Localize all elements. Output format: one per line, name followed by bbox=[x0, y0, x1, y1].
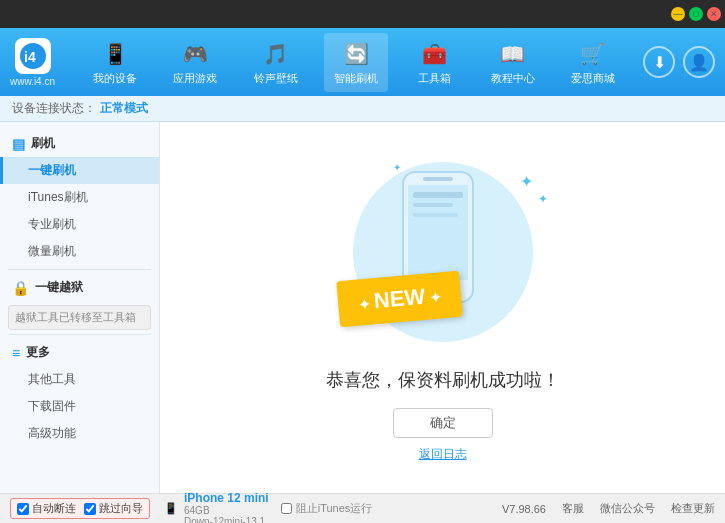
status-value: 正常模式 bbox=[100, 100, 148, 117]
nav-item-ringtone[interactable]: 🎵 铃声壁纸 bbox=[244, 33, 308, 92]
sidebar-section-jailbreak-label: 一键越狱 bbox=[35, 279, 83, 296]
jailbreak-icon: 🔒 bbox=[12, 280, 29, 296]
sidebar-divider-1 bbox=[8, 269, 151, 270]
my-device-icon: 📱 bbox=[100, 39, 130, 69]
toolbox-icon: 🧰 bbox=[419, 39, 449, 69]
skip-wizard-input[interactable] bbox=[84, 503, 96, 515]
illustration: NEW ✦ ✦ ✦ bbox=[333, 152, 553, 352]
sidebar-item-itunes-flash[interactable]: iTunes刷机 bbox=[0, 184, 159, 211]
nav-item-store[interactable]: 🛒 爱思商城 bbox=[561, 33, 625, 92]
maximize-button[interactable]: □ bbox=[689, 7, 703, 21]
sidebar-section-more-label: 更多 bbox=[26, 344, 50, 361]
main-area: ▤ 刷机 一键刷机 iTunes刷机 专业刷机 微量刷机 🔒 一键越狱 越狱工具… bbox=[0, 122, 725, 493]
logo-text: www.i4.cn bbox=[10, 76, 55, 87]
download-button[interactable]: ⬇ bbox=[643, 46, 675, 78]
minimize-button[interactable]: — bbox=[671, 7, 685, 21]
nav-item-tutorial[interactable]: 📖 教程中心 bbox=[481, 33, 545, 92]
sidebar-section-jailbreak: 🔒 一键越狱 bbox=[0, 274, 159, 301]
device-icon: 📱 bbox=[164, 502, 178, 515]
content-area: NEW ✦ ✦ ✦ 恭喜您，保资料刷机成功啦！ 确定 返回日志 bbox=[160, 122, 725, 493]
svg-rect-4 bbox=[423, 177, 453, 181]
ringtone-icon: 🎵 bbox=[261, 39, 291, 69]
bottom-right: V7.98.66 客服 微信公众号 检查更新 bbox=[502, 501, 715, 516]
sidebar-section-more: ≡ 更多 bbox=[0, 339, 159, 366]
star-1: ✦ bbox=[520, 172, 533, 191]
checkbox-group-box: 自动断连 跳过向导 bbox=[10, 498, 150, 519]
app-games-icon: 🎮 bbox=[180, 39, 210, 69]
flash-section-icon: ▤ bbox=[12, 136, 25, 152]
nav-label-smart-flash: 智能刷机 bbox=[334, 71, 378, 86]
nav-label-my-device: 我的设备 bbox=[93, 71, 137, 86]
itunes-notice: 阻止iTunes运行 bbox=[281, 501, 373, 516]
skip-wizard-checkbox[interactable]: 跳过向导 bbox=[84, 501, 143, 516]
svg-rect-8 bbox=[413, 213, 458, 217]
device-storage: 64GB bbox=[184, 505, 269, 516]
nav-item-toolbox[interactable]: 🧰 工具箱 bbox=[404, 33, 464, 92]
nav-item-app-games[interactable]: 🎮 应用游戏 bbox=[163, 33, 227, 92]
titlebar: — □ ✕ bbox=[0, 0, 725, 28]
store-icon: 🛒 bbox=[578, 39, 608, 69]
sidebar-item-one-key-flash[interactable]: 一键刷机 bbox=[0, 157, 159, 184]
auto-close-input[interactable] bbox=[17, 503, 29, 515]
close-button[interactable]: ✕ bbox=[707, 7, 721, 21]
smart-flash-icon: 🔄 bbox=[341, 39, 371, 69]
more-icon: ≡ bbox=[12, 345, 20, 361]
sidebar-item-pro-flash[interactable]: 专业刷机 bbox=[0, 211, 159, 238]
jailbreak-notice: 越狱工具已转移至工具箱 bbox=[8, 305, 151, 330]
svg-rect-6 bbox=[413, 192, 463, 198]
svg-text:i4: i4 bbox=[24, 49, 36, 65]
nav-label-store: 爱思商城 bbox=[571, 71, 615, 86]
nav-item-smart-flash[interactable]: 🔄 智能刷机 bbox=[324, 33, 388, 92]
header-right: ⬇ 👤 bbox=[643, 46, 715, 78]
status-label: 设备连接状态： bbox=[12, 100, 96, 117]
logo-icon: i4 bbox=[15, 38, 51, 74]
device-model: Down-12mini-13,1 bbox=[184, 516, 269, 524]
sidebar-section-flash: ▤ 刷机 bbox=[0, 130, 159, 157]
back-to-log-link[interactable]: 返回日志 bbox=[419, 446, 467, 463]
bottom-left: 自动断连 跳过向导 📱 iPhone 12 mini 64GB Down-12m… bbox=[10, 491, 269, 524]
header: i4 www.i4.cn 📱 我的设备 🎮 应用游戏 🎵 铃声壁纸 🔄 智能刷机… bbox=[0, 28, 725, 96]
sidebar-item-preserve-flash[interactable]: 微量刷机 bbox=[0, 238, 159, 265]
sidebar-divider-2 bbox=[8, 334, 151, 335]
user-button[interactable]: 👤 bbox=[683, 46, 715, 78]
svg-rect-3 bbox=[408, 185, 468, 280]
star-2: ✦ bbox=[538, 192, 548, 206]
sidebar-item-download-firmware[interactable]: 下载固件 bbox=[0, 393, 159, 420]
tutorial-icon: 📖 bbox=[498, 39, 528, 69]
customer-service-link[interactable]: 客服 bbox=[562, 501, 584, 516]
sidebar: ▤ 刷机 一键刷机 iTunes刷机 专业刷机 微量刷机 🔒 一键越狱 越狱工具… bbox=[0, 122, 160, 493]
logo[interactable]: i4 www.i4.cn bbox=[10, 38, 55, 87]
itunes-block-checkbox[interactable] bbox=[281, 503, 292, 514]
status-bar: 设备连接状态： 正常模式 bbox=[0, 96, 725, 122]
nav-item-my-device[interactable]: 📱 我的设备 bbox=[83, 33, 147, 92]
version-label: V7.98.66 bbox=[502, 503, 546, 515]
nav-label-ringtone: 铃声壁纸 bbox=[254, 71, 298, 86]
wechat-link[interactable]: 微信公众号 bbox=[600, 501, 655, 516]
bottom-bar: 自动断连 跳过向导 📱 iPhone 12 mini 64GB Down-12m… bbox=[0, 493, 725, 523]
success-text: 恭喜您，保资料刷机成功啦！ bbox=[326, 368, 560, 392]
check-update-link[interactable]: 检查更新 bbox=[671, 501, 715, 516]
nav-label-tutorial: 教程中心 bbox=[491, 71, 535, 86]
device-info: iPhone 12 mini 64GB Down-12mini-13,1 bbox=[184, 491, 269, 524]
nav-label-toolbox: 工具箱 bbox=[418, 71, 451, 86]
nav-items: 📱 我的设备 🎮 应用游戏 🎵 铃声壁纸 🔄 智能刷机 🧰 工具箱 📖 教程中心 bbox=[75, 33, 633, 92]
svg-rect-7 bbox=[413, 203, 453, 207]
confirm-button[interactable]: 确定 bbox=[393, 408, 493, 438]
sidebar-item-advanced[interactable]: 高级功能 bbox=[0, 420, 159, 447]
auto-close-checkbox[interactable]: 自动断连 bbox=[17, 501, 76, 516]
sidebar-item-other-tools[interactable]: 其他工具 bbox=[0, 366, 159, 393]
sidebar-section-flash-label: 刷机 bbox=[31, 135, 55, 152]
nav-label-app-games: 应用游戏 bbox=[173, 71, 217, 86]
